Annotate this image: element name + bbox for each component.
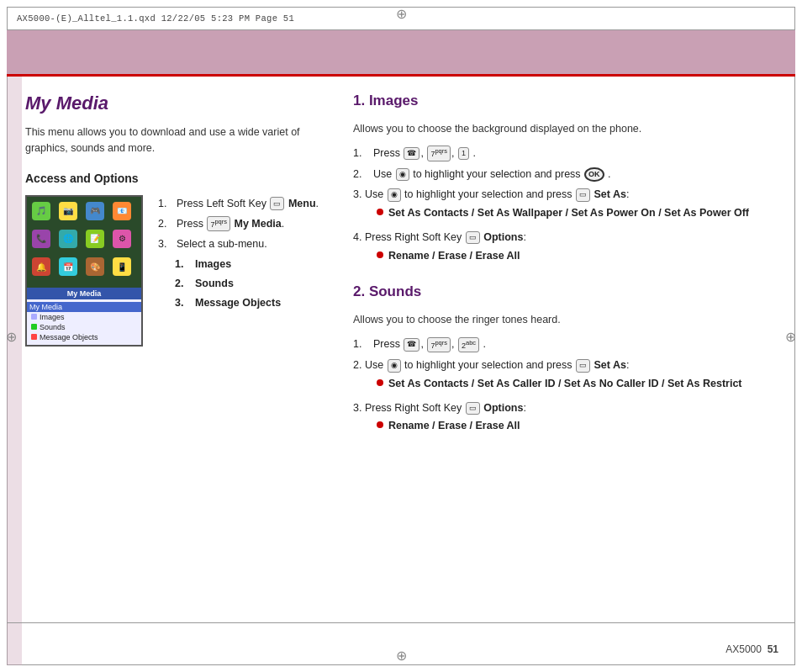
menu-dot-icon xyxy=(31,314,37,320)
menu-item-label: Message Objects xyxy=(40,333,98,341)
page-title: My Media xyxy=(25,93,336,114)
phone-menu-item: My Media xyxy=(27,302,141,312)
step-content: Press ☎, 7pqrs, 2abc . xyxy=(373,336,486,352)
step-2: 2. Press 7pqrs My Media. xyxy=(158,215,319,232)
section-sounds: 2. Sounds Allows you to choose the ringe… xyxy=(353,283,777,437)
step-1: 1. Press Left Soft Key ▭ Menu. xyxy=(158,195,319,212)
step-content: Use ◉ to highlight your selection and pr… xyxy=(365,359,630,371)
section-images: 1. Images Allows you to choose the backg… xyxy=(353,93,777,267)
nav-icon: ◉ xyxy=(396,168,409,182)
right-column: 1. Images Allows you to choose the backg… xyxy=(353,93,777,446)
step-3: 3. Select a sub-menu. xyxy=(158,235,319,252)
sub-step-num: 1. xyxy=(175,256,192,273)
phone-app-icon: 📞 xyxy=(32,230,50,248)
phone-app-icon: 📧 xyxy=(113,202,131,220)
phone-menu: My Media Images Sounds Message Objects xyxy=(25,299,143,347)
7pqrs-icon: 7pqrs xyxy=(207,216,230,231)
sub-step-num: 2. xyxy=(175,275,192,292)
phone-app-icon: 📷 xyxy=(59,202,77,220)
footer: AX5000 51 xyxy=(7,643,795,655)
1-icon: 1 xyxy=(458,147,469,161)
sounds-step-2: 2. Use ◉ to highlight your selection and… xyxy=(353,357,777,395)
step-text: Press 7pqrs My Media. xyxy=(177,215,284,232)
bullet-icon xyxy=(377,421,383,428)
7pqrs-icon: 7pqrs xyxy=(427,146,451,161)
steps-list: 1. Press Left Soft Key ▭ Menu. 2. Press … xyxy=(158,195,319,314)
sounds-section-title: 2. Sounds xyxy=(353,283,777,304)
phone-mockup: 🎵 📷 🎮 📧 📞 🌐 📝 ⚙ 🔔 📅 🎨 📱 My Media My Medi… xyxy=(25,195,143,347)
phone-app-icon: 🌐 xyxy=(59,230,77,248)
set-label: Set As xyxy=(594,188,625,200)
images-step-3: 3. Use ◉ to highlight your selection and… xyxy=(353,187,777,225)
page-number: AX5000 51 xyxy=(725,643,778,655)
sounds-step-1: 1. Press ☎, 7pqrs, 2abc . xyxy=(353,336,777,352)
sub-step-label: Message Objects xyxy=(195,294,281,311)
step-content: Press Right Soft Key ▭ Options: xyxy=(365,402,526,414)
phone-menu-item: Message Objects xyxy=(31,332,137,342)
phone-menu-item: Sounds xyxy=(31,322,137,332)
step-num: 1. xyxy=(353,146,368,161)
left-column: My Media This menu allows you to downloa… xyxy=(25,93,336,347)
options-soft-key-icon: ▭ xyxy=(466,231,480,245)
phone-app-icon: 🎮 xyxy=(86,202,104,220)
phone-screen: 🎵 📷 🎮 📧 📞 🌐 📝 ⚙ 🔔 📅 🎨 📱 xyxy=(25,195,143,288)
step-num: 2. xyxy=(353,359,361,371)
sounds-step-2-bullets: Set As Contacts / Set As Caller ID / Set… xyxy=(377,376,742,392)
step-num: 2. xyxy=(158,215,173,232)
sub-step-3: 3. Message Objects xyxy=(175,294,319,311)
sub-step-1: 1. Images xyxy=(175,256,319,273)
menu-item-label: My Media xyxy=(29,303,62,311)
bullet-item: Set As Contacts / Set As Wallpaper / Set… xyxy=(377,205,749,221)
sounds-step-3: 3. Press Right Soft Key ▭ Options: Renam… xyxy=(353,400,777,438)
page-description: This menu allows you to download and use… xyxy=(25,124,336,156)
sub-steps: 1. Images 2. Sounds 3. Message Objects xyxy=(175,256,319,311)
bullet-text: Set As Contacts / Set As Wallpaper / Set… xyxy=(388,205,749,221)
crosshair-top-icon: ⊕ xyxy=(396,6,407,22)
bottom-divider xyxy=(7,622,795,623)
access-options-title: Access and Options xyxy=(25,172,336,185)
menu-item-label: Images xyxy=(40,313,65,321)
step-num: 1. xyxy=(353,336,368,352)
sub-step-2: 2. Sounds xyxy=(175,275,319,292)
images-step-4-bullets: Rename / Erase / Erase All xyxy=(377,248,526,264)
set-icon: ▭ xyxy=(576,188,590,202)
sounds-steps: 1. Press ☎, 7pqrs, 2abc . 2. Use ◉ to hi… xyxy=(353,336,777,437)
bullet-text: Set As Contacts / Set As Caller ID / Set… xyxy=(388,376,742,392)
step-text: Select a sub-menu. xyxy=(177,235,267,252)
images-steps: 1. Press ☎, 7pqrs, 1 . 2. Use ◉ to highl… xyxy=(353,146,777,267)
sub-step-label: Sounds xyxy=(195,275,234,292)
step-num: 3. xyxy=(353,402,361,414)
sounds-description: Allows you to choose the ringer tones he… xyxy=(353,312,777,328)
bullet-text: Rename / Erase / Erase All xyxy=(388,418,520,434)
phone-app-icon: 📝 xyxy=(86,230,104,248)
sub-step-num: 3. xyxy=(175,294,192,311)
step-content: Use ◉ to highlight your selection and pr… xyxy=(373,167,611,183)
nav-icon: ◉ xyxy=(388,359,401,373)
options-label: Options xyxy=(483,402,523,414)
phone-app-icon: 🎨 xyxy=(86,257,104,276)
phone-icon: ☎ xyxy=(404,338,419,352)
crosshair-left-icon: ⊕ xyxy=(6,328,17,344)
menu-dot-icon xyxy=(31,324,37,330)
images-step-1: 1. Press ☎, 7pqrs, 1 . xyxy=(353,146,777,161)
step-content: Press ☎, 7pqrs, 1 . xyxy=(373,146,476,161)
images-section-title: 1. Images xyxy=(353,93,777,113)
step-text: Press Left Soft Key ▭ Menu. xyxy=(177,195,319,212)
step-content: Use ◉ to highlight your selection and pr… xyxy=(365,188,630,200)
images-description: Allows you to choose the background disp… xyxy=(353,121,777,137)
header-text: AX5000-(E)_Alltel_1.1.qxd 12/22/05 5:23 … xyxy=(17,13,294,24)
bullet-icon xyxy=(377,379,383,386)
sub-step-label: Images xyxy=(195,256,231,273)
crosshair-right-icon: ⊕ xyxy=(785,328,796,344)
access-options-area: 🎵 📷 🎮 📧 📞 🌐 📝 ⚙ 🔔 📅 🎨 📱 My Media My Medi… xyxy=(25,195,336,347)
left-sidebar-accent xyxy=(7,30,22,665)
nav-icon: ◉ xyxy=(388,188,401,202)
bullet-text: Rename / Erase / Erase All xyxy=(388,248,520,264)
images-step-3-bullets: Set As Contacts / Set As Wallpaper / Set… xyxy=(377,205,749,221)
step-content: Press Right Soft Key ▭ Options: xyxy=(365,231,526,243)
phone-app-icon: ⚙ xyxy=(113,230,131,248)
menu-soft-key-icon: ▭ xyxy=(270,197,284,210)
7pqrs-icon: 7pqrs xyxy=(427,337,451,353)
ok-button-icon: OK xyxy=(584,167,604,183)
accent-bar xyxy=(7,30,795,74)
